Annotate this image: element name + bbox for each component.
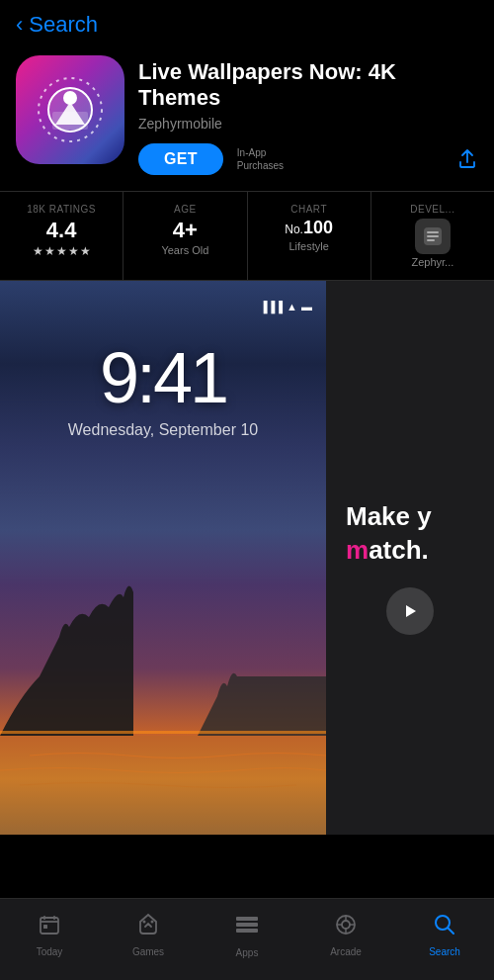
header: ‹ Search <box>0 0 494 45</box>
today-icon <box>38 913 61 942</box>
star-5: ★ <box>80 244 91 258</box>
svg-point-16 <box>143 920 146 923</box>
svg-rect-7 <box>427 235 439 237</box>
svg-rect-19 <box>236 923 258 927</box>
screenshots-section: ▐▐▐ ▲ ▬ 9:41 Wednesday, September 10 <box>0 281 494 835</box>
match-rest: atch. <box>369 535 429 565</box>
star-1: ★ <box>33 244 43 258</box>
get-button[interactable]: GET <box>138 143 223 175</box>
secondary-text: Make y <box>346 500 474 534</box>
app-info-section: Live Wallpapers Now: 4K Themes Zephyrmob… <box>0 45 494 191</box>
app-name: Live Wallpapers Now: 4K Themes <box>138 59 478 112</box>
battery-icon: ▬ <box>301 301 312 312</box>
secondary-text-main: Make y <box>346 501 432 531</box>
wifi-icon: ▲ <box>287 301 297 312</box>
star-4: ★ <box>68 244 79 258</box>
svg-rect-10 <box>0 731 326 734</box>
star-2: ★ <box>44 244 55 258</box>
secondary-text-match: match. <box>346 534 474 568</box>
arcade-icon <box>334 913 358 942</box>
search-label: Search <box>429 946 460 957</box>
status-icons: ▐▐▐ ▲ ▬ <box>260 301 312 312</box>
bottom-nav: Today Games Apps <box>0 898 494 980</box>
svg-point-22 <box>342 921 350 929</box>
games-icon <box>136 913 160 942</box>
highlight-letter: m <box>346 535 369 565</box>
phone-screen: ▐▐▐ ▲ ▬ 9:41 Wednesday, September 10 <box>0 281 326 835</box>
play-button[interactable] <box>386 587 434 635</box>
age-stat: AGE 4+ Years Old <box>124 192 247 280</box>
back-arrow-icon[interactable]: ‹ <box>16 12 23 38</box>
app-icon <box>16 55 124 164</box>
age-label: AGE <box>131 204 238 215</box>
nav-arcade[interactable]: Arcade <box>296 913 395 957</box>
app-actions: GET In-AppPurchases <box>138 143 478 175</box>
apps-label: Apps <box>236 947 259 958</box>
share-button[interactable] <box>456 148 478 170</box>
phone-date: Wednesday, September 10 <box>68 421 258 439</box>
ratings-label: 18K RATINGS <box>8 204 115 215</box>
stats-row: 18K RATINGS 4.4 ★ ★ ★ ★ ★ AGE 4+ Years O… <box>0 191 494 281</box>
chart-label: CHART <box>256 204 363 215</box>
chart-stat: CHART No.100 Lifestyle <box>248 192 371 280</box>
developer-sub: Zephyr... <box>379 256 486 268</box>
svg-marker-11 <box>406 605 416 617</box>
search-icon <box>433 913 456 942</box>
back-label[interactable]: Search <box>29 12 98 38</box>
apps-icon <box>234 912 260 943</box>
chart-sub: Lifestyle <box>256 240 363 252</box>
screenshot-main[interactable]: ▐▐▐ ▲ ▬ 9:41 Wednesday, September 10 <box>0 281 326 835</box>
ratings-value: 4.4 <box>8 219 115 242</box>
svg-rect-6 <box>427 231 439 233</box>
svg-rect-8 <box>427 239 435 241</box>
chart-value: No.100 <box>256 219 363 238</box>
ratings-stat: 18K RATINGS 4.4 ★ ★ ★ ★ ★ <box>0 192 124 280</box>
arcade-label: Arcade <box>330 946 362 957</box>
phone-time: 9:41 <box>100 342 226 413</box>
svg-rect-4 <box>52 112 88 130</box>
nav-today[interactable]: Today <box>0 913 99 957</box>
svg-point-3 <box>63 91 77 105</box>
star-3: ★ <box>56 244 67 258</box>
chart-no: No. <box>285 223 303 236</box>
svg-rect-12 <box>41 918 58 934</box>
app-details: Live Wallpapers Now: 4K Themes Zephyrmob… <box>138 55 478 175</box>
status-bar: ▐▐▐ ▲ ▬ <box>0 301 326 312</box>
svg-rect-20 <box>236 929 258 933</box>
screenshot-secondary[interactable]: Make y match. <box>326 281 494 835</box>
today-label: Today <box>37 946 63 957</box>
svg-rect-14 <box>53 916 55 920</box>
chart-number: 100 <box>303 218 333 237</box>
age-sub: Years Old <box>131 244 238 256</box>
svg-rect-13 <box>43 916 45 920</box>
games-label: Games <box>132 946 164 957</box>
nav-games[interactable]: Games <box>99 913 198 957</box>
developer-stat: DEVEL... Zephyr... <box>371 192 494 280</box>
in-app-label: In-AppPurchases <box>237 146 284 172</box>
developer-avatar <box>415 219 451 254</box>
signal-icon: ▐▐▐ <box>260 301 283 312</box>
nav-apps[interactable]: Apps <box>198 912 296 958</box>
nav-search[interactable]: Search <box>395 913 494 957</box>
stars-display: ★ ★ ★ ★ ★ <box>8 244 115 258</box>
age-value: 4+ <box>131 219 238 242</box>
svg-rect-18 <box>236 917 258 921</box>
svg-rect-15 <box>43 925 47 929</box>
developer-label: DEVEL... <box>379 204 486 215</box>
app-developer: Zephyrmobile <box>138 116 478 132</box>
svg-point-17 <box>151 920 154 923</box>
